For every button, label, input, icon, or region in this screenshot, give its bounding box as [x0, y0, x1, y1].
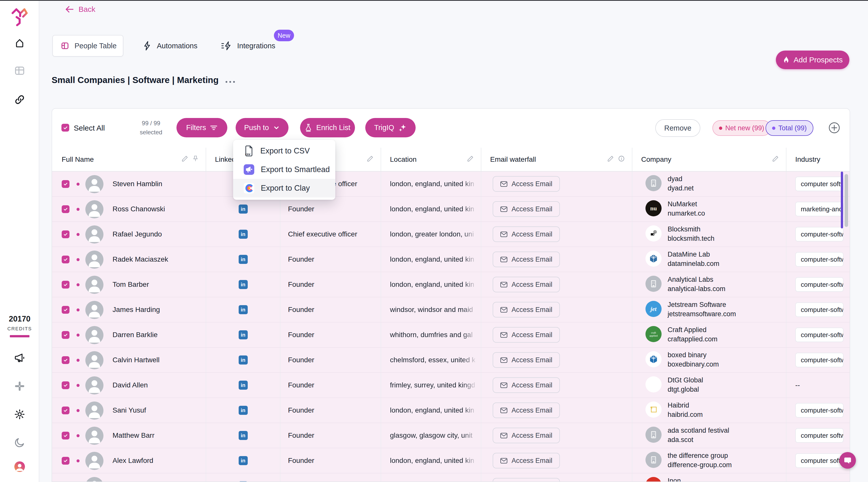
company-name: ada scotland festival	[668, 426, 729, 435]
row-checkbox[interactable]	[62, 180, 69, 188]
total-filter-pill[interactable]: Total (99)	[766, 120, 813, 136]
company-domain[interactable]: numarket.co	[668, 209, 705, 218]
menu-item-export-smartlead[interactable]: Export to Smartlead	[233, 160, 335, 179]
access-email-button[interactable]: Access Email	[493, 176, 560, 192]
company-domain[interactable]: jetstreamsoftware.com	[668, 310, 736, 319]
row-checkbox[interactable]	[62, 457, 69, 464]
enrich-list-button[interactable]: Enrich List	[300, 118, 355, 137]
info-icon[interactable]	[618, 155, 625, 164]
row-checkbox[interactable]	[62, 432, 69, 440]
pin-column-icon[interactable]	[192, 155, 198, 164]
company-domain[interactable]: dyad.net	[668, 184, 694, 193]
access-email-button[interactable]: Access Email	[493, 453, 560, 469]
row-checkbox[interactable]	[62, 381, 69, 389]
access-email-button[interactable]: Access Email	[493, 377, 560, 393]
push-to-button[interactable]: Push to	[236, 118, 288, 137]
full-name-cell: Sani Yusuf	[52, 398, 206, 423]
envelope-icon	[500, 458, 507, 464]
linkedin-icon[interactable]: in	[239, 381, 248, 390]
slack-icon[interactable]	[14, 380, 25, 392]
profile-avatar[interactable]	[14, 461, 25, 473]
edit-column-icon[interactable]	[182, 155, 188, 164]
row-checkbox[interactable]	[62, 256, 69, 263]
access-email-button[interactable]: Access Email	[493, 226, 560, 242]
back-button[interactable]: Back	[65, 5, 95, 13]
window-top-edge	[0, 0, 868, 1]
remove-button[interactable]: Remove	[655, 119, 700, 137]
company-domain[interactable]: boxedbinary.com	[668, 360, 719, 369]
edit-column-icon[interactable]	[467, 155, 474, 164]
avatar	[85, 376, 103, 394]
linkedin-icon[interactable]: in	[239, 305, 248, 314]
row-checkbox[interactable]	[62, 407, 69, 414]
linkedin-icon[interactable]: in	[239, 230, 248, 239]
net-new-filter-pill[interactable]: Net new (99)	[712, 120, 771, 136]
row-checkbox[interactable]	[62, 306, 69, 314]
industry-pill: computer-softw	[795, 252, 844, 267]
full-name-cell: Steven Hamblin	[52, 171, 206, 196]
row-checkbox[interactable]	[62, 356, 69, 364]
vertical-scrollbar[interactable]	[845, 174, 848, 227]
company-domain[interactable]: ada.scot	[668, 435, 729, 445]
home-icon[interactable]	[14, 37, 25, 48]
access-email-button[interactable]: Access Email	[493, 277, 560, 292]
trigiq-button[interactable]: TrigIQ	[365, 118, 415, 137]
linkedin-icon[interactable]: in	[239, 406, 248, 415]
access-email-button[interactable]: Access Email	[493, 201, 560, 217]
bolt-lines-icon	[221, 41, 232, 51]
access-email-button[interactable]: Access Email	[493, 327, 560, 343]
push-to-label: Push to	[244, 124, 269, 132]
linkedin-icon[interactable]: in	[239, 431, 248, 440]
add-prospects-label: Add Prospects	[794, 56, 843, 64]
linkedin-icon[interactable]: in	[239, 330, 248, 340]
linkedin-icon[interactable]: in	[239, 456, 248, 465]
job-title-cell: Founder	[280, 448, 381, 473]
company-domain[interactable]: difference-group.com	[668, 460, 732, 470]
add-column-button[interactable]	[828, 122, 840, 134]
menu-item-export-csv[interactable]: csv Export to CSV	[233, 141, 335, 160]
table-view-icon[interactable]	[14, 65, 25, 76]
location-cell: london, england, united kin	[381, 197, 481, 221]
tab-integrations[interactable]: Integrations	[221, 35, 275, 57]
company-domain[interactable]: dataminelab.com	[668, 259, 719, 268]
access-email-label: Access Email	[512, 256, 552, 263]
company-domain[interactable]: analytical-labs.com	[668, 284, 725, 294]
edit-column-icon[interactable]	[607, 155, 614, 164]
row-checkbox[interactable]	[62, 281, 69, 289]
email-waterfall-cell: Access Email	[481, 297, 632, 322]
megaphone-icon[interactable]	[14, 352, 25, 364]
row-checkbox[interactable]	[62, 205, 69, 213]
chat-launcher-button[interactable]	[839, 452, 856, 469]
row-checkbox[interactable]	[62, 230, 69, 238]
email-waterfall-cell: Access Email	[481, 474, 632, 482]
access-email-button[interactable]: Access Email	[493, 302, 560, 318]
access-email-button[interactable]: Access Email	[493, 428, 560, 443]
edit-column-icon[interactable]	[367, 155, 374, 164]
access-email-button[interactable]: Access Email	[493, 352, 560, 368]
company-domain[interactable]: dtgt.global	[668, 385, 703, 394]
row-checkbox[interactable]	[62, 331, 69, 339]
trigify-logo-icon[interactable]	[10, 6, 29, 27]
company-domain[interactable]: haibrid.com	[668, 410, 703, 419]
tab-people-table[interactable]: People Table	[52, 35, 123, 57]
gear-icon[interactable]	[14, 409, 25, 420]
company-domain[interactable]: craftapplied.com	[668, 334, 717, 344]
access-email-button[interactable]: Access Email	[493, 403, 560, 418]
company-domain[interactable]: blocksmith.tech	[668, 234, 714, 243]
tab-automations[interactable]: Automations	[142, 35, 197, 57]
linkedin-icon[interactable]: in	[239, 355, 248, 364]
moon-icon[interactable]	[14, 437, 25, 448]
linkedin-icon[interactable]: in	[239, 255, 248, 264]
table-scrollbar-indicator[interactable]	[841, 171, 843, 228]
filters-button[interactable]: Filters	[177, 118, 227, 137]
menu-item-export-clay[interactable]: Export to Clay	[233, 179, 335, 197]
add-prospects-button[interactable]: Add Prospects	[776, 51, 849, 69]
select-all-checkbox[interactable]	[61, 124, 69, 132]
title-ellipsis-menu[interactable]	[225, 81, 235, 83]
edit-column-icon[interactable]	[772, 155, 779, 164]
access-email-button[interactable]: Access Email	[493, 478, 560, 482]
linkedin-icon[interactable]: in	[239, 280, 248, 289]
access-email-button[interactable]: Access Email	[493, 252, 560, 267]
link-icon[interactable]	[14, 94, 25, 105]
linkedin-icon[interactable]: in	[239, 204, 248, 214]
